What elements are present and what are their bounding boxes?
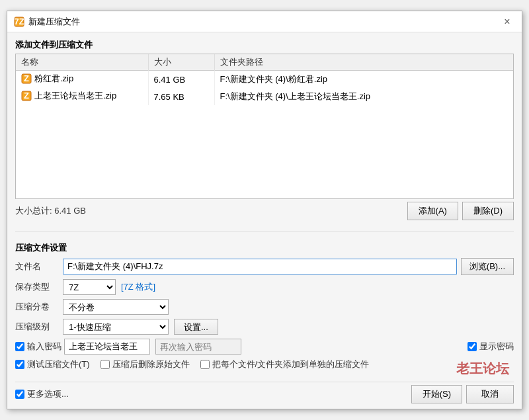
add-button[interactable]: 添加(A) — [407, 202, 458, 220]
filename-label: 文件名 — [15, 261, 63, 273]
save-type-row: 保存类型 7Z [7Z 格式] — [15, 279, 514, 295]
save-type-label: 保存类型 — [15, 281, 63, 293]
delete-after-checkbox[interactable] — [101, 360, 110, 369]
show-password-text: 显示密码 — [479, 341, 514, 353]
table-row[interactable]: Z 上老王论坛当老王.zip 7.65 KB F:\新建文件夹 (4)\上老王论… — [16, 88, 513, 105]
level-row: 压缩级别 1-快速压缩 设置... — [15, 319, 514, 335]
add-files-title: 添加文件到压缩文件 — [15, 39, 514, 51]
split-row: 压缩分卷 不分卷 — [15, 299, 514, 315]
zip-icon: Z — [21, 91, 32, 101]
file-table-wrapper: 名称 大小 文件夹路径 Z 粉红君.zip 6.41 GB F:\新建 — [15, 54, 514, 199]
footer-left: 更多选项... — [15, 388, 69, 400]
split-label: 压缩分卷 — [15, 301, 63, 313]
test-checkbox[interactable] — [15, 360, 24, 369]
each-file-label[interactable]: 把每个文件/文件夹添加到单独的压缩文件 — [200, 358, 370, 370]
file-table: 名称 大小 文件夹路径 Z 粉红君.zip 6.41 GB F:\新建 — [16, 54, 513, 105]
add-files-section: 添加文件到压缩文件 名称 大小 文件夹路径 — [15, 39, 514, 223]
bottom-bar: 大小总计: 6.41 GB 添加(A) 删除(D) — [15, 199, 514, 223]
test-label[interactable]: 测试压缩文件(T) — [15, 358, 90, 370]
each-file-checkbox[interactable] — [200, 360, 210, 369]
app-icon: 7Z — [14, 17, 24, 27]
col-header-name: 名称 — [16, 54, 148, 71]
password-label: 输入密码 — [27, 341, 61, 353]
password-row: 输入密码 显示密码 — [15, 339, 514, 355]
file-size-cell: 6.41 GB — [148, 71, 214, 89]
split-select[interactable]: 不分卷 — [63, 299, 169, 315]
divider — [15, 231, 514, 231]
table-row[interactable]: Z 粉红君.zip 6.41 GB F:\新建文件夹 (4)\粉红君.zip — [16, 71, 513, 89]
window-title: 新建压缩文件 — [28, 16, 80, 28]
filename-input[interactable] — [63, 259, 457, 274]
filename-row: 文件名 浏览(B)... — [15, 258, 514, 275]
svg-text:Z: Z — [24, 73, 29, 83]
show-password-label[interactable]: 显示密码 — [468, 341, 514, 353]
settings-title: 压缩文件设置 — [15, 242, 514, 254]
col-header-path: 文件夹路径 — [214, 54, 513, 71]
level-select[interactable]: 1-快速压缩 — [63, 319, 169, 335]
svg-text:7Z: 7Z — [14, 17, 24, 26]
password-confirm-input[interactable] — [155, 339, 241, 355]
file-path-cell: F:\新建文件夹 (4)\粉红君.zip — [214, 71, 513, 89]
password-checkbox[interactable] — [15, 342, 24, 351]
close-button[interactable]: × — [499, 14, 515, 30]
browse-button[interactable]: 浏览(B)... — [461, 258, 514, 275]
show-password-checkbox[interactable] — [468, 342, 477, 351]
file-path-cell: F:\新建文件夹 (4)\上老王论坛当老王.zip — [214, 88, 513, 105]
options-row: 测试压缩文件(T) 压缩后删除原始文件 把每个文件/文件夹添加到单独的压缩文件 — [15, 358, 514, 370]
delete-after-label[interactable]: 压缩后删除原始文件 — [101, 358, 190, 370]
level-label: 压缩级别 — [15, 321, 63, 333]
more-options-label[interactable]: 更多选项... — [15, 388, 69, 400]
zip-icon: Z — [21, 73, 32, 84]
svg-text:Z: Z — [24, 91, 29, 101]
compression-settings-button[interactable]: 设置... — [174, 319, 218, 335]
col-header-size: 大小 — [148, 54, 214, 71]
total-size-label: 大小总计: 6.41 GB — [15, 205, 86, 217]
cancel-button[interactable]: 取消 — [466, 385, 514, 403]
delete-button[interactable]: 删除(D) — [462, 202, 514, 220]
save-type-select[interactable]: 7Z — [63, 279, 116, 295]
title-bar: 7Z 新建压缩文件 × — [7, 11, 522, 32]
file-size-cell: 7.65 KB — [148, 88, 214, 105]
format-link[interactable]: [7Z 格式] — [121, 281, 155, 293]
password-input[interactable] — [64, 339, 150, 355]
file-name-cell: Z 上老王论坛当老王.zip — [16, 88, 148, 105]
password-checkbox-label[interactable]: 输入密码 — [15, 341, 61, 353]
footer-row: 更多选项... 开始(S) 取消 — [15, 382, 514, 403]
start-button[interactable]: 开始(S) — [411, 385, 462, 403]
footer-right: 开始(S) 取消 — [411, 385, 514, 403]
more-options-checkbox[interactable] — [15, 390, 24, 399]
settings-section: 压缩文件设置 文件名 浏览(B)... 保存类型 7Z [7Z 格式] — [15, 242, 514, 374]
file-name-cell: Z 粉红君.zip — [16, 71, 148, 89]
